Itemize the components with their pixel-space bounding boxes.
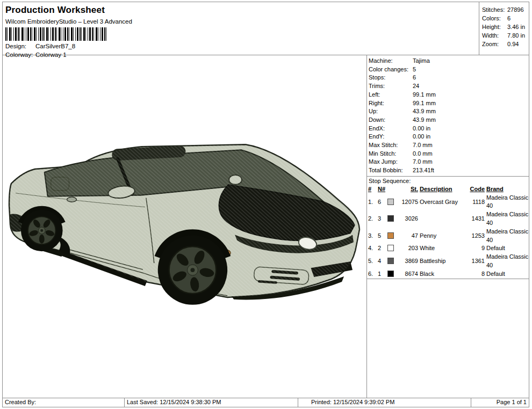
machine-info-label: Left: bbox=[369, 91, 413, 99]
machine-info-value: 0.0 mm bbox=[413, 150, 529, 158]
stop-description: Battleship bbox=[420, 257, 466, 266]
stat-row: Colors: 6 bbox=[482, 14, 529, 23]
machine-info-row: Down: 43.9 mm bbox=[369, 116, 529, 125]
machine-info-value: 6 bbox=[413, 74, 529, 82]
printed: Printed: 12/15/2024 9:39:02 PM bbox=[298, 398, 471, 407]
stop-description: Overcast Gray bbox=[420, 198, 466, 207]
stop-sequence-row: 6. 1 8674 Black 8 Default bbox=[368, 270, 529, 279]
thread-swatch-cell bbox=[387, 270, 396, 279]
worksheet-sheet: Production Worksheet Wilcom EmbroiderySt… bbox=[2, 2, 529, 407]
header-left: Production Worksheet Wilcom EmbroiderySt… bbox=[3, 2, 478, 55]
thread-color-swatch bbox=[387, 232, 394, 239]
machine-info-label: Max Jump: bbox=[369, 158, 413, 166]
machine-info-value: 43.9 mm bbox=[413, 107, 529, 116]
stop-sequence-row: 5. 4 3869 Battleship 1361 Madeira Classi… bbox=[368, 253, 529, 270]
stop-sequence-title: Stop Sequence: bbox=[367, 176, 529, 185]
stop-code: 1253 bbox=[468, 232, 485, 240]
stop-brand: Madeira Classic 40 bbox=[486, 210, 529, 228]
car-embroidery-design bbox=[3, 55, 366, 398]
machine-info-row: Total Bobbin: 213.41ft bbox=[369, 166, 529, 175]
stop-needle: 3 bbox=[378, 215, 386, 223]
thread-color-swatch bbox=[387, 199, 394, 205]
stop-num: 2. bbox=[368, 215, 376, 223]
stop-code: 1431 bbox=[468, 215, 485, 223]
machine-info-label: Down: bbox=[369, 116, 413, 125]
machine-info-label: Trims: bbox=[369, 82, 413, 91]
main-area: Machine: Tajima Color changes: 5 Stops: bbox=[3, 55, 529, 398]
machine-info-value: 24 bbox=[413, 82, 529, 91]
machine-info-label: EndX: bbox=[369, 125, 413, 133]
machine-info-row: Stops: 6 bbox=[369, 74, 529, 82]
stop-num: 4. bbox=[368, 244, 376, 253]
stat-value: 7.80 in bbox=[507, 31, 529, 40]
stop-needle: 4 bbox=[378, 257, 386, 266]
machine-info-row: Max Stitch: 7.0 mm bbox=[369, 141, 529, 150]
machine-info-label: EndY: bbox=[369, 133, 413, 141]
header: Production Worksheet Wilcom EmbroiderySt… bbox=[3, 2, 529, 55]
machine-info-value: 7.0 mm bbox=[413, 141, 529, 150]
stop-stitches: 47 bbox=[398, 232, 418, 240]
machine-info-row: Min Stitch: 0.0 mm bbox=[369, 150, 529, 158]
thread-color-swatch bbox=[387, 215, 394, 222]
thread-swatch-cell bbox=[387, 215, 396, 223]
col-description: Description bbox=[420, 185, 466, 194]
col-code: Code bbox=[468, 185, 485, 194]
stat-row: Height: 3.46 in bbox=[482, 23, 529, 31]
col-num: # bbox=[368, 185, 376, 194]
stat-value: 6 bbox=[507, 14, 529, 23]
machine-info-value: 7.0 mm bbox=[413, 158, 529, 166]
production-worksheet-page: Production Worksheet Wilcom EmbroiderySt… bbox=[0, 0, 532, 409]
stat-row: Width: 7.80 in bbox=[482, 31, 529, 40]
page-number: Page 1 of 1 bbox=[471, 398, 529, 407]
machine-info-label: Right: bbox=[369, 99, 413, 108]
machine-info-label: Min Stitch: bbox=[369, 150, 413, 158]
thread-swatch-cell bbox=[387, 257, 396, 266]
machine-info-label: Max Stitch: bbox=[369, 141, 413, 150]
stat-label: Zoom: bbox=[482, 40, 507, 48]
machine-info-row: Machine: Tajima bbox=[369, 57, 529, 65]
design-canvas bbox=[3, 55, 366, 398]
col-stitches: St. bbox=[398, 185, 418, 194]
stop-brand: Default bbox=[486, 270, 529, 279]
design-stats-box: Stitches: 27896 Colors: 6 Height: 3.46 i… bbox=[479, 2, 529, 55]
machine-info-value: 99.1 mm bbox=[413, 99, 529, 108]
machine-info-value: 0.00 in bbox=[413, 133, 529, 141]
thread-swatch-cell bbox=[387, 198, 396, 207]
machine-info-row: Max Jump: 7.0 mm bbox=[369, 158, 529, 166]
stop-stitches: 12075 bbox=[398, 198, 418, 207]
col-brand: Brand bbox=[486, 185, 529, 194]
stop-description: Black bbox=[420, 270, 466, 279]
stop-num: 3. bbox=[368, 232, 376, 240]
stop-num: 6. bbox=[368, 270, 376, 279]
stop-sequence-row: 3. 5 47 Penny 1253 Madeira Classic 40 bbox=[368, 228, 529, 245]
machine-info-row: Left: 99.1 mm bbox=[369, 91, 529, 99]
stop-sequence-rows: 1. 6 12075 Overcast Gray 1118 Madeira Cl… bbox=[368, 194, 529, 279]
stop-code: 1361 bbox=[468, 257, 485, 266]
stop-description: White bbox=[420, 244, 466, 253]
stop-stitches: 8674 bbox=[398, 270, 418, 279]
stop-code: 1118 bbox=[468, 198, 485, 207]
stat-label: Stitches: bbox=[482, 5, 507, 14]
thread-color-swatch bbox=[387, 271, 394, 277]
stat-row: Stitches: 27896 bbox=[482, 5, 529, 14]
machine-info-row: Right: 99.1 mm bbox=[369, 99, 529, 108]
app-subtitle: Wilcom EmbroideryStudio – Level 3 Advanc… bbox=[5, 18, 478, 25]
machine-info-label: Total Bobbin: bbox=[369, 166, 413, 175]
design-value: CarSilverB7_8 bbox=[35, 43, 478, 49]
machine-info-row: EndX: 0.00 in bbox=[369, 125, 529, 133]
thread-color-swatch bbox=[387, 258, 394, 264]
machine-info-value: 43.9 mm bbox=[413, 116, 529, 125]
machine-info-row: Trims: 24 bbox=[369, 82, 529, 91]
machine-info-row: EndY: 0.00 in bbox=[369, 133, 529, 141]
barcode-image bbox=[5, 27, 106, 41]
last-saved: Last Saved: 12/15/2024 9:38:30 PM bbox=[124, 398, 298, 407]
stop-sequence-row: 2. 3 3026 1431 Madeira Classic 40 bbox=[368, 210, 529, 228]
machine-info-row: Up: 43.9 mm bbox=[369, 107, 529, 116]
machine-info-label: Machine: bbox=[369, 57, 413, 65]
stat-label: Height: bbox=[482, 23, 507, 31]
stop-stitches: 3026 bbox=[398, 215, 418, 223]
stat-value: 0.94 bbox=[507, 40, 529, 48]
stop-sequence-row: 1. 6 12075 Overcast Gray 1118 Madeira Cl… bbox=[368, 194, 529, 211]
stop-stitches: 203 bbox=[398, 244, 418, 253]
stat-row: Zoom: 0.94 bbox=[482, 40, 529, 48]
